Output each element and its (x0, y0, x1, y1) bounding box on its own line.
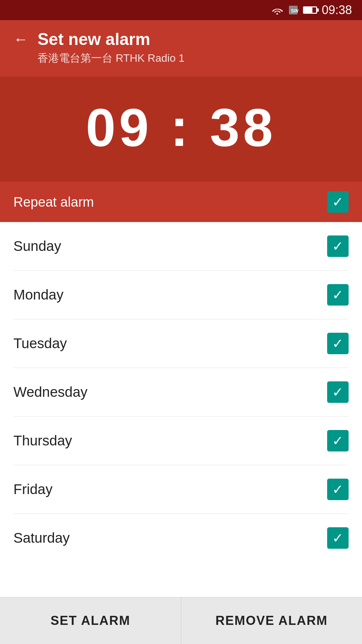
checkmark-icon: ✓ (332, 434, 344, 447)
checkbox-tuesday[interactable]: ✓ (327, 333, 349, 354)
day-list: Sunday✓Monday✓Tuesday✓Wednesday✓Thursday… (0, 222, 362, 597)
page-title: Set new alarm (38, 30, 150, 49)
set-alarm-button[interactable]: SET ALARM (0, 597, 181, 644)
day-row-friday[interactable]: Friday✓ (13, 465, 349, 514)
checkbox-wednesday[interactable]: ✓ (327, 381, 349, 403)
day-row-monday[interactable]: Monday✓ (13, 271, 349, 319)
sim-icon: SIM (288, 5, 298, 15)
checkmark-icon: ✓ (332, 195, 344, 209)
checkmark-icon: ✓ (332, 239, 344, 253)
status-icons: SIM 09:38 (271, 3, 352, 17)
bottom-buttons: SET ALARM REMOVE ALARM (0, 597, 362, 644)
day-label-friday: Friday (13, 481, 53, 497)
repeat-alarm-checkbox[interactable]: ✓ (327, 191, 349, 213)
repeat-alarm-label: Repeat alarm (13, 195, 94, 210)
checkmark-icon: ✓ (332, 337, 344, 350)
time-hours[interactable]: 09 (86, 97, 152, 157)
wifi-icon (271, 5, 284, 15)
back-button[interactable]: ← (13, 32, 28, 47)
checkbox-sunday[interactable]: ✓ (327, 235, 349, 257)
day-row-saturday[interactable]: Saturday✓ (13, 514, 349, 562)
day-label-wednesday: Wednesday (13, 384, 87, 400)
time-minutes[interactable]: 38 (210, 97, 276, 157)
checkbox-thursday[interactable]: ✓ (327, 430, 349, 451)
day-row-tuesday[interactable]: Tuesday✓ (13, 319, 349, 368)
time-display-area[interactable]: 09 : 38 (0, 76, 362, 182)
checkmark-icon: ✓ (332, 531, 344, 545)
checkbox-monday[interactable]: ✓ (327, 284, 349, 306)
checkmark-icon: ✓ (332, 385, 344, 399)
day-label-thursday: Thursday (13, 433, 72, 449)
day-row-wednesday[interactable]: Wednesday✓ (13, 368, 349, 417)
checkmark-icon: ✓ (332, 288, 344, 302)
day-row-thursday[interactable]: Thursday✓ (13, 417, 349, 465)
day-label-monday: Monday (13, 287, 63, 303)
svg-text:SIM: SIM (291, 8, 298, 13)
remove-alarm-button[interactable]: REMOVE ALARM (181, 597, 362, 644)
time-separator: : (170, 97, 191, 157)
time-display[interactable]: 09 : 38 (86, 97, 276, 158)
day-label-saturday: Saturday (13, 530, 70, 546)
toolbar: ← Set new alarm 香港電台第一台 RTHK Radio 1 (0, 20, 362, 76)
checkbox-saturday[interactable]: ✓ (327, 527, 349, 549)
repeat-alarm-row[interactable]: Repeat alarm ✓ (0, 182, 362, 222)
day-label-sunday: Sunday (13, 238, 61, 254)
status-bar: SIM 09:38 (0, 0, 362, 20)
day-label-tuesday: Tuesday (13, 335, 67, 352)
day-row-sunday[interactable]: Sunday✓ (13, 222, 349, 271)
checkmark-icon: ✓ (332, 483, 344, 496)
toolbar-subtitle: 香港電台第一台 RTHK Radio 1 (38, 51, 349, 66)
checkbox-friday[interactable]: ✓ (327, 479, 349, 500)
battery-icon (303, 6, 317, 14)
status-bar-time: 09:38 (322, 3, 352, 17)
